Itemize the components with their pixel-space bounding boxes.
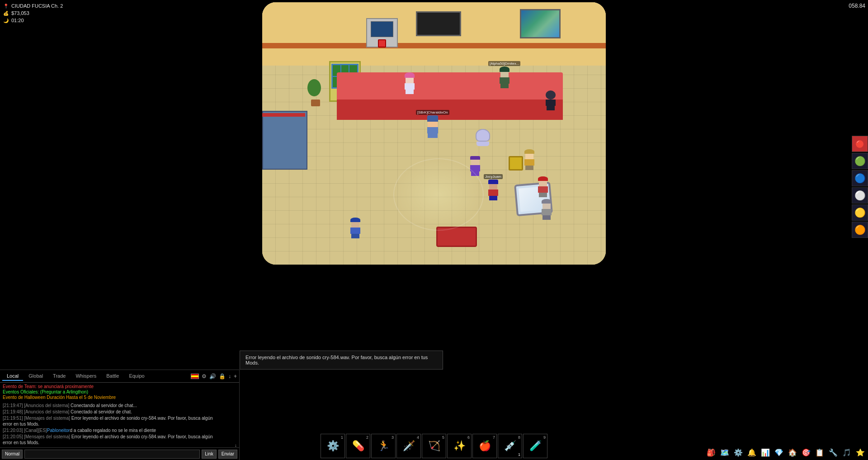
- chat-msg-1: [21:19:47] [Anuncios del sistema] Conect…: [3, 403, 236, 408]
- chat-send-button[interactable]: Enviar: [218, 450, 237, 459]
- chat-announcements: Evento de Team: se anunciará proximament…: [0, 383, 239, 401]
- ghost-pokemon: [475, 129, 491, 145]
- expand-icon[interactable]: +: [234, 373, 237, 379]
- char-jocyjuam-label: JocyJuam: [484, 174, 503, 179]
- hotbar-icon-4: 🗡️: [403, 440, 415, 452]
- lock-icon[interactable]: 🔒: [219, 373, 226, 379]
- nurse-character: [405, 72, 415, 94]
- chat-panel: Local Global Trade Whispers Battle Equip…: [0, 370, 240, 460]
- pokemon-slot-4[interactable]: ⚪: [852, 187, 868, 204]
- br-icon-10[interactable]: 🔧: [827, 446, 839, 458]
- hotbar-num-4: 4: [417, 435, 419, 440]
- char-jocyjuam: JocyJuam: [484, 174, 503, 200]
- hotbar-count-8: 1: [518, 452, 520, 457]
- announcement-2: Eventos Oficiales: (Preguntar a Arlingth…: [3, 389, 236, 394]
- hotbar-slot-8[interactable]: 💉 8 1: [498, 434, 522, 458]
- char-sbrk-label: [SBrK]CharaldixOn: [416, 110, 449, 115]
- flag-icon: [191, 374, 199, 379]
- scroll-indicator[interactable]: ↓: [235, 443, 238, 446]
- left-shelves-top: [262, 113, 305, 117]
- fps-value: 058.84: [849, 3, 865, 9]
- hotbar-num-8: 8: [518, 435, 520, 440]
- money-row: 💰 $73,053: [3, 10, 63, 16]
- br-icon-5[interactable]: 📊: [760, 446, 771, 458]
- clock-icon: 🌙: [3, 17, 9, 24]
- pokemon-slot-1[interactable]: 🔴: [852, 136, 868, 152]
- pokemon-slot-5[interactable]: 🟡: [852, 204, 868, 221]
- chat-link-button[interactable]: Link: [202, 450, 216, 459]
- br-icon-7[interactable]: 🏠: [787, 446, 798, 458]
- hotbar-slot-3[interactable]: 🏃 3: [371, 434, 396, 458]
- hotbar-icon-9: 🧪: [529, 440, 542, 452]
- char-dark1: [545, 90, 557, 110]
- hotbar-num-1: 1: [341, 435, 343, 440]
- chat-text-input[interactable]: [24, 450, 200, 459]
- br-icon-8[interactable]: 🎯: [800, 446, 812, 458]
- hotbar-slot-4[interactable]: 🗡️ 4: [396, 434, 421, 458]
- wall-map: [520, 9, 561, 38]
- br-icon-1[interactable]: 🎒: [705, 446, 717, 458]
- hotbar-icon-8: 💉: [504, 440, 516, 452]
- arrow-down-icon[interactable]: ↓: [228, 373, 231, 379]
- tab-global[interactable]: Global: [24, 372, 47, 381]
- tab-local[interactable]: Local: [2, 372, 23, 381]
- hotbar-num-5: 5: [442, 435, 444, 440]
- hotbar-slot-9[interactable]: 🧪 9: [523, 434, 547, 458]
- chat-msg-3: [21:19:51] [Mensajes del sistema] Error …: [3, 415, 236, 427]
- br-icon-12[interactable]: ⭐: [854, 446, 866, 458]
- hotbar-icon-5: 🏹: [428, 440, 440, 452]
- location-text: CIUDAD FUCSIA Ch. 2: [11, 3, 63, 9]
- hotbar-slot-5[interactable]: 🏹 5: [422, 434, 446, 458]
- game-viewport: [SBrK]CharaldixOn [Alpha50]Dmitex...: [262, 2, 606, 265]
- chat-tab-icons: ⚙ 🔊 🔒 ↓ +: [191, 373, 237, 379]
- hotbar-num-9: 9: [543, 435, 546, 440]
- char-alpha50: [Alpha50]Dmitex...: [488, 61, 520, 88]
- time-text: 01:20: [11, 18, 24, 23]
- br-icon-2[interactable]: 🗺️: [719, 446, 731, 458]
- money-icon: 💰: [3, 10, 9, 16]
- pokemon-panel: 🔴 🟢 🔵 ⚪ 🟡 🟠: [852, 136, 868, 238]
- tab-equipo[interactable]: Equipo: [124, 372, 149, 381]
- hotbar-num-3: 3: [392, 435, 394, 440]
- money-text: $73,053: [11, 10, 29, 16]
- counter-front: [337, 100, 563, 120]
- left-shelves: [262, 111, 307, 170]
- chat-messages[interactable]: [21:19:47] [Anuncios del sistema] Conect…: [0, 401, 239, 447]
- char-grey: [542, 199, 552, 220]
- br-icon-3[interactable]: ⚙️: [732, 446, 744, 458]
- location-icon: 📍: [3, 3, 9, 9]
- char-sbrk: [SBrK]CharaldixOn: [416, 110, 449, 138]
- hotbar-icon-2: 💊: [352, 440, 364, 452]
- br-icon-9[interactable]: 📋: [814, 446, 826, 458]
- pokemon-slot-6[interactable]: 🟠: [852, 222, 868, 238]
- healing-machine: [366, 18, 398, 47]
- pokemon-slot-2[interactable]: 🟢: [852, 153, 868, 169]
- br-icon-6[interactable]: 💎: [773, 446, 785, 458]
- hotbar: ⚙️ 1 💊 2 🏃 3 🗡️ 4 🏹 5 ✨ 6 🍎 7 💉 8 1 🧪 9: [321, 434, 547, 460]
- char-bluecap: [350, 218, 360, 238]
- hotbar-slot-1[interactable]: ⚙️ 1: [321, 434, 345, 458]
- hotbar-icon-6: ✨: [453, 440, 466, 452]
- hotbar-slot-7[interactable]: 🍎 7: [472, 434, 497, 458]
- hotbar-icon-7: 🍎: [479, 440, 491, 452]
- pokemon-slot-3[interactable]: 🔵: [852, 170, 868, 186]
- tab-whispers[interactable]: Whispers: [71, 372, 101, 381]
- br-icon-4[interactable]: 🔔: [746, 446, 758, 458]
- br-icon-11[interactable]: 🎵: [841, 446, 853, 458]
- hotbar-slot-6[interactable]: ✨ 6: [447, 434, 472, 458]
- chat-msg-4: [21:20:03] [Canal][ES]Pabloneitord a cab…: [3, 427, 236, 433]
- char-npc1: [524, 149, 534, 170]
- location-row: 📍 CIUDAD FUCSIA Ch. 2: [3, 3, 63, 9]
- hotbar-slot-2[interactable]: 💊 2: [346, 434, 370, 458]
- tab-trade[interactable]: Trade: [48, 372, 70, 381]
- plant-left: [307, 79, 323, 106]
- chat-tabs: Local Global Trade Whispers Battle Equip…: [0, 370, 239, 383]
- top-left-hud: 📍 CIUDAD FUCSIA Ch. 2 💰 $73,053 🌙 01:20: [3, 3, 63, 24]
- settings-icon[interactable]: ⚙: [202, 373, 207, 379]
- char-redhair: [538, 176, 548, 197]
- chat-mode-button[interactable]: Normal: [2, 450, 23, 459]
- tab-battle[interactable]: Battle: [102, 372, 123, 381]
- hotbar-icon-3: 🏃: [377, 440, 390, 452]
- volume-icon[interactable]: 🔊: [209, 373, 216, 379]
- hotbar-num-6: 6: [467, 435, 470, 440]
